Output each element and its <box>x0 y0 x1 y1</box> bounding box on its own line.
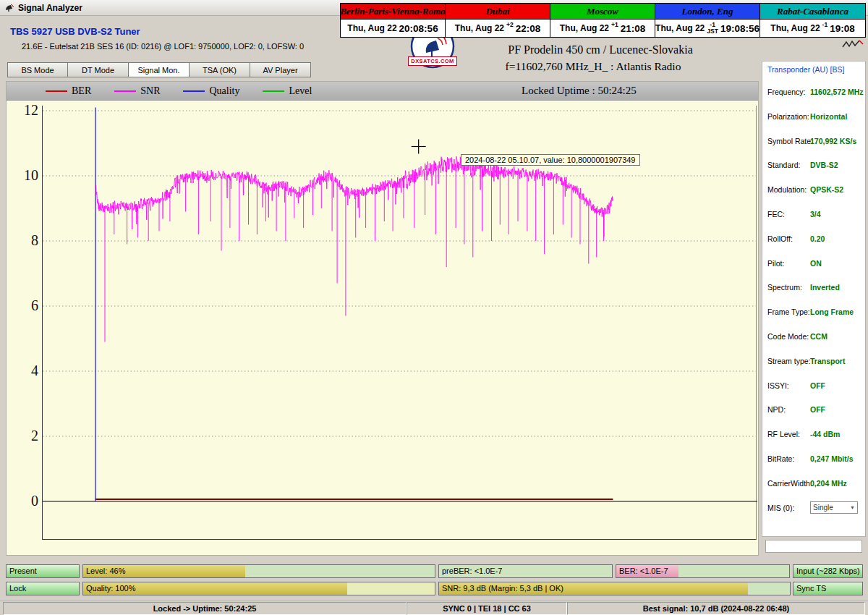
legend-line-icon <box>183 90 205 92</box>
progress-label: preBER: <1.0E-7 <box>442 565 502 577</box>
clock-city-moscow: Moscow <box>550 4 655 19</box>
transponder-label-frequency: Frequency: <box>767 88 806 96</box>
chart-legend: BERSNRQualityLevel <box>7 82 758 101</box>
locked-uptime-label: Locked Uptime : 50:24:25 <box>522 85 637 97</box>
transponder-label-spectrum: Spectrum: <box>767 283 802 292</box>
legend-item-quality: Quality <box>183 85 239 97</box>
legend-line-icon <box>46 90 67 92</box>
clock-date: Thu, Aug 22 <box>655 23 705 33</box>
app-icon <box>4 3 14 13</box>
clock-date: Thu, Aug 22 <box>770 23 820 33</box>
legend-label: BER <box>72 85 91 97</box>
transponder-value-standard: DVB-S2 <box>810 161 838 169</box>
legend-item-level: Level <box>263 85 312 97</box>
tab-dt-mode[interactable]: DT Mode <box>68 62 129 77</box>
progress-label: BER: <1.0E-7 <box>619 565 668 577</box>
clock-datetime-moscow: Thu, Aug 22+121:08 <box>550 20 655 37</box>
clock-time: 19:08:56 <box>720 23 760 34</box>
clock-date: Thu, Aug 22 <box>347 23 396 33</box>
clock-times: Thu, Aug 2220:08:56Thu, Aug 22+222:08Thu… <box>341 19 865 37</box>
transponder-value-frame-type: Long Frame <box>810 308 854 316</box>
status-present: Present <box>6 564 80 578</box>
clock-date: Thu, Aug 22 <box>560 23 609 33</box>
y-axis-tick-2: 2 <box>11 428 38 444</box>
clock-datetime-berlin-paris-vienna-roma: Thu, Aug 2220:08:56 <box>341 20 446 37</box>
transponder-value-npd: OFF <box>810 405 825 414</box>
clock-city-dubai: Dubai <box>446 4 550 19</box>
mis-select[interactable]: Single▼ <box>810 501 858 514</box>
status-snr: SNR: 9,3 dB (Margin: 5,3 dB | OK) <box>438 582 791 595</box>
transponder-label-fec: FEC: <box>767 210 785 219</box>
transponder-value-modulation: QPSK-S2 <box>810 185 843 194</box>
signal-chart-svg[interactable] <box>43 106 757 540</box>
legend-line-icon <box>114 90 136 92</box>
transponder-label-rf-level: RF Level: <box>767 430 800 438</box>
transponder-label-carrierwidth: CarrierWidth: <box>767 479 812 488</box>
y-axis-tick-10: 10 <box>11 167 38 184</box>
transponder-value-pilot: ON <box>810 259 822 268</box>
mis-selected-value: Single <box>813 504 833 512</box>
transponder-panel: Transponder (AU) [BS] Frequency:11602,57… <box>762 61 866 537</box>
status-level: Level: 46% <box>82 564 435 578</box>
y-axis-tick-0: 0 <box>11 493 38 509</box>
transponder-value-rolloff: 0.20 <box>810 234 825 243</box>
y-axis-tick-12: 12 <box>11 102 38 119</box>
transponder-label-npd: NPD: <box>767 405 786 414</box>
clock-offset: -1JST <box>707 22 718 35</box>
transponder-label-bitrate: BitRate: <box>767 454 794 463</box>
transponder-value-rf-level: -44 dBm <box>810 430 840 438</box>
tab-av-player[interactable]: AV Player <box>250 62 311 77</box>
legend-item-snr: SNR <box>114 85 160 97</box>
transponder-value-fec: 3/4 <box>810 210 821 219</box>
clock-time: 21:08 <box>621 23 646 34</box>
progress-label: Quality: 100% <box>86 582 135 595</box>
tab-bs-mode[interactable]: BS Mode <box>7 62 68 77</box>
transponder-label-issyi: ISSYI: <box>767 381 789 390</box>
transponder-label-rolloff: RollOff: <box>767 234 793 243</box>
status-quality: Quality: 100% <box>82 582 435 595</box>
chart-panel: BERSNRQualityLevel Locked Uptime : 50:24… <box>6 81 759 556</box>
transponder-label-stream-type: Stream type: <box>767 357 811 365</box>
status-input-282-kbps: Input (~282 Kbps) <box>793 564 863 578</box>
y-axis-tick-4: 4 <box>11 362 38 379</box>
tuner-details: 21.6E - Eutelsat 21B SES 16 (ID: 0216) @… <box>22 42 304 51</box>
chart-tooltip: 2024-08-22 05.10.07, value: 10,800000190… <box>461 154 640 166</box>
statusbar-sync: SYNC 0 | TEI 18 | CC 63 <box>407 602 567 615</box>
window-title: Signal Analyzer <box>18 3 82 13</box>
tab-tsa-ok[interactable]: TSA (OK) <box>190 62 250 77</box>
clock-city-berlin-paris-vienna-roma: Berlin-Paris-Vienna-Roma <box>341 4 446 19</box>
statusbar: Locked -> Uptime: 50:24:25 SYNC 0 | TEI … <box>0 601 868 615</box>
transponder-value-polarization: Horizontal <box>810 112 847 121</box>
clock-offset: +2 <box>506 22 514 28</box>
clock-time: 19:08 <box>830 23 855 34</box>
transponder-label-standard: Standard: <box>767 161 801 169</box>
transponder-value-issyi: OFF <box>810 381 825 390</box>
clock-datetime-dubai: Thu, Aug 22+222:08 <box>446 20 550 37</box>
progress-label: SNR: 9,3 dB (Margin: 5,3 dB | OK) <box>442 582 563 595</box>
status-lock: Lock <box>6 582 80 595</box>
statusbar-uptime: Locked -> Uptime: 50:24:25 <box>3 602 407 615</box>
signal-analyzer-window: { "titlebar": { "title": "Signal Analyze… <box>0 0 868 615</box>
clock-datetime-rabat-casablanca: Thu, Aug 22-119:08 <box>760 20 865 37</box>
transponder-label-pilot: Pilot: <box>767 259 784 268</box>
transponder-value-symbol-rate: 170,992 KS/s <box>810 137 856 145</box>
clock-datetime-london-eng: Thu, Aug 22-1JST19:08:56 <box>655 20 760 37</box>
legend-label: Quality <box>209 85 239 97</box>
world-clocks: Berlin-Paris-Vienna-RomaDubaiMoscowLondo… <box>340 3 866 38</box>
signal-plot[interactable] <box>42 106 757 540</box>
y-axis-tick-6: 6 <box>11 297 38 314</box>
clock-offset: -1 <box>822 22 828 28</box>
status-sync-ts: Sync TS <box>793 582 863 595</box>
clock-offset: +1 <box>611 22 618 28</box>
status-ber: BER: <1.0E-7 <box>616 564 790 578</box>
transponder-label-symbol-rate: Symbol Rate: <box>767 137 813 145</box>
transponder-title: Transponder (AU) [BS] <box>767 65 844 74</box>
transponder-label-mis-0: MIS (0): <box>767 504 794 512</box>
clock-date: Thu, Aug 22 <box>455 23 504 33</box>
transponder-value-frequency: 11602,572 MHz <box>810 88 864 96</box>
chevron-down-icon: ▼ <box>850 505 855 510</box>
tab-signal-mon[interactable]: Signal Mon. <box>129 62 190 77</box>
transponder-value-spectrum: Inverted <box>810 283 840 292</box>
legend-item-ber: BER <box>46 85 91 97</box>
legend-label: SNR <box>140 85 160 97</box>
